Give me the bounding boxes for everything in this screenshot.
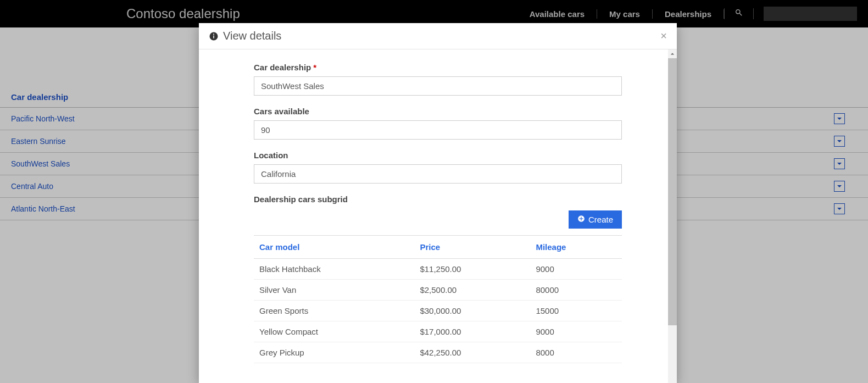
subgrid-label: Dealership cars subgrid (254, 195, 622, 204)
cell-mileage: 9000 (530, 321, 622, 342)
cell-price: $17,000.00 (414, 321, 530, 342)
cell-mileage: 80000 (530, 280, 622, 301)
cell-model: Grey Pickup (254, 342, 414, 363)
cell-mileage: 9000 (530, 259, 622, 280)
dealership-label-text: Car dealership (254, 63, 311, 72)
col-mileage[interactable]: Mileage (530, 236, 622, 259)
scroll-up-arrow-icon[interactable] (668, 49, 677, 58)
cell-price: $2,500.00 (414, 280, 530, 301)
scroll-thumb[interactable] (668, 58, 677, 325)
field-dealership: Car dealership* (254, 63, 622, 96)
svg-rect-1 (213, 35, 214, 38)
col-car-model[interactable]: Car model (254, 236, 414, 259)
subgrid-toolbar: Create (254, 210, 622, 229)
table-row[interactable]: Yellow Compact$17,000.009000 (254, 321, 622, 342)
cars-subgrid-table: Car model Price Mileage Black Hatchback$… (254, 235, 622, 363)
cell-model: Yellow Compact (254, 321, 414, 342)
required-asterisk: * (313, 63, 316, 72)
modal-header: View details × (199, 23, 677, 49)
table-row[interactable]: Grey Pickup$42,250.008000 (254, 342, 622, 363)
dealership-input[interactable] (254, 76, 622, 96)
cars-available-label: Cars available (254, 107, 622, 116)
cell-model: Green Sports (254, 301, 414, 321)
cell-model: Black Hatchback (254, 259, 414, 280)
cell-price: $11,250.00 (414, 259, 530, 280)
table-row[interactable]: Black Hatchback$11,250.009000 (254, 259, 622, 280)
cell-price: $42,250.00 (414, 342, 530, 363)
cars-available-input[interactable] (254, 120, 622, 140)
cell-mileage: 8000 (530, 342, 622, 363)
field-location: Location (254, 151, 622, 184)
cell-price: $30,000.00 (414, 301, 530, 321)
view-details-modal: View details × Car dealership* Cars avai… (199, 23, 677, 383)
table-row[interactable]: Green Sports$30,000.0015000 (254, 301, 622, 321)
close-icon[interactable]: × (660, 30, 667, 42)
modal-scrollbar[interactable] (668, 49, 677, 383)
dealership-label: Car dealership* (254, 63, 622, 72)
location-label: Location (254, 151, 622, 160)
modal-body: Car dealership* Cars available Location … (199, 49, 677, 383)
table-row[interactable]: Silver Van$2,500.0080000 (254, 280, 622, 301)
plus-circle-icon (577, 215, 585, 224)
create-button-label: Create (588, 215, 613, 224)
info-icon (209, 31, 219, 41)
col-price[interactable]: Price (414, 236, 530, 259)
location-input[interactable] (254, 164, 622, 184)
create-button[interactable]: Create (569, 210, 622, 229)
svg-rect-5 (579, 218, 583, 219)
cell-model: Silver Van (254, 280, 414, 301)
modal-title: View details (223, 30, 281, 42)
svg-point-2 (213, 34, 214, 35)
field-cars-available: Cars available (254, 107, 622, 140)
cell-mileage: 15000 (530, 301, 622, 321)
